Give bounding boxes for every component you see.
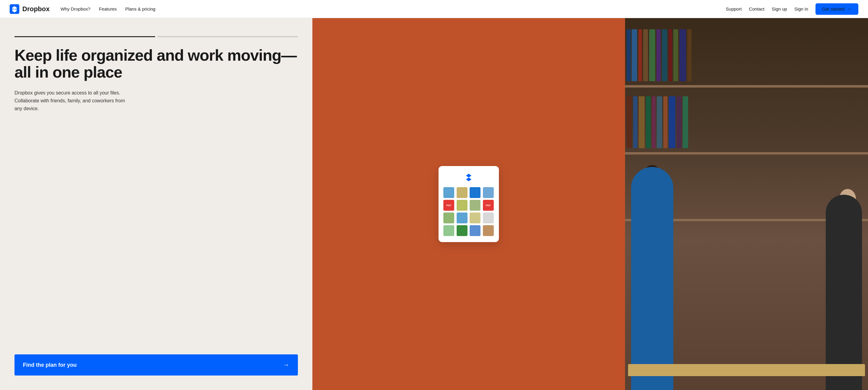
file-tile-16 — [483, 225, 494, 236]
laptop — [628, 364, 865, 376]
dropbox-logo-icon — [10, 4, 19, 14]
hero-tabs — [14, 36, 298, 37]
hero-section: Keep life organized and work moving— all… — [0, 18, 868, 390]
find-plan-cta[interactable]: Find the plan for you → — [14, 354, 298, 376]
hero-subtext: Dropbox gives you secure access to all y… — [14, 89, 129, 112]
file-tile-11 — [470, 212, 480, 223]
nav-support[interactable]: Support — [726, 6, 742, 11]
cta-label: Find the plan for you — [23, 362, 77, 368]
phone-dropbox-logo — [463, 172, 474, 183]
hero-left-panel: Keep life organized and work moving— all… — [0, 18, 312, 390]
nav-contact[interactable]: Contact — [749, 6, 765, 11]
file-tile-9 — [443, 212, 454, 223]
nav-sign-in[interactable]: Sign in — [794, 6, 808, 11]
phone-mockup: PDF PDF — [438, 166, 499, 242]
file-tile-10 — [457, 212, 467, 223]
hero-center-panel: PDF PDF — [312, 18, 625, 390]
person-right-body — [826, 195, 862, 390]
person-left-body — [631, 167, 673, 390]
hero-right-panel — [625, 18, 868, 390]
get-started-arrow: → — [847, 6, 852, 12]
nav-plans-pricing[interactable]: Plans & pricing — [125, 6, 155, 11]
hero-headline: Keep life organized and work moving— all… — [14, 47, 298, 81]
file-tile-5: PDF — [443, 200, 454, 211]
file-tile-6 — [457, 200, 467, 211]
people-area — [625, 111, 868, 390]
navbar: Dropbox Why Dropbox? Features Plans & pr… — [0, 0, 868, 18]
file-tile-4 — [483, 187, 494, 198]
hero-tab-2[interactable] — [158, 36, 298, 37]
file-grid: PDF PDF — [443, 187, 494, 236]
nav-links-left: Why Dropbox? Features Plans & pricing — [60, 6, 155, 11]
nav-why-dropbox[interactable]: Why Dropbox? — [60, 6, 90, 11]
logo-link[interactable]: Dropbox — [10, 4, 50, 14]
file-tile-12 — [483, 212, 494, 223]
file-tile-14 — [457, 225, 467, 236]
file-tile-3 — [470, 187, 480, 198]
file-tile-7 — [470, 200, 480, 211]
file-tile-1 — [443, 187, 454, 198]
file-tile-2 — [457, 187, 467, 198]
file-tile-8: PDF — [483, 200, 494, 211]
cta-arrow: → — [283, 361, 289, 369]
nav-links-right: Support Contact Sign up Sign in Get star… — [726, 3, 858, 15]
nav-features[interactable]: Features — [99, 6, 117, 11]
hero-tab-1[interactable] — [14, 36, 155, 37]
get-started-button[interactable]: Get started → — [815, 3, 858, 15]
logo-text: Dropbox — [22, 5, 50, 13]
file-tile-13 — [443, 225, 454, 236]
file-tile-15 — [470, 225, 480, 236]
nav-sign-up[interactable]: Sign up — [772, 6, 787, 11]
